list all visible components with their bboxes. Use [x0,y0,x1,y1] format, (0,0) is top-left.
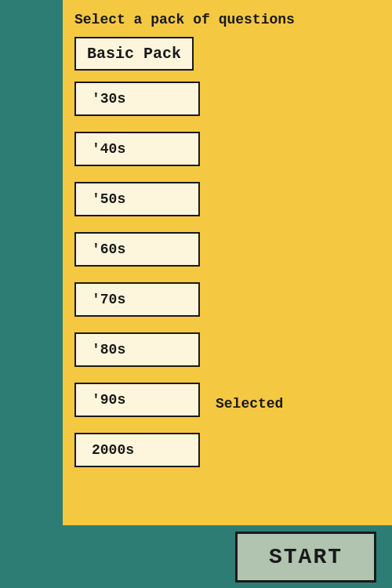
decade-button-60s[interactable]: '60s [74,232,200,267]
start-button[interactable]: START [235,532,376,583]
decade-button-80s[interactable]: '80s [74,332,200,367]
decade-button-90s[interactable]: '90s [74,383,200,417]
page-title: Select a pack of questions [74,8,380,27]
decade-row: '90sSelected [74,383,380,425]
decade-row: '50s [74,182,380,224]
bottom-bar: START [0,525,392,588]
decade-row: '40s [74,132,380,174]
decade-row: '80s [74,332,380,375]
selected-label: Selected [216,396,283,412]
decade-row: 2000s [74,433,380,475]
pack-label: Basic Pack [74,37,194,71]
decade-button-40s[interactable]: '40s [74,132,200,166]
decade-button-30s[interactable]: '30s [74,82,200,116]
content-area: Select a pack of questions Basic Pack '3… [63,0,392,525]
decade-row: '60s [74,232,380,274]
decade-row: '30s [74,82,380,124]
decade-button-70s[interactable]: '70s [74,282,200,317]
decade-button-2000s[interactable]: 2000s [74,433,200,467]
decade-row: '70s [74,282,380,325]
main-container: Select a pack of questions Basic Pack '3… [0,0,392,525]
left-sidebar [0,0,63,525]
decades-list: '30s'40s'50s'60s'70s'80s'90sSelected2000… [74,82,380,475]
decade-button-50s[interactable]: '50s [74,182,200,216]
